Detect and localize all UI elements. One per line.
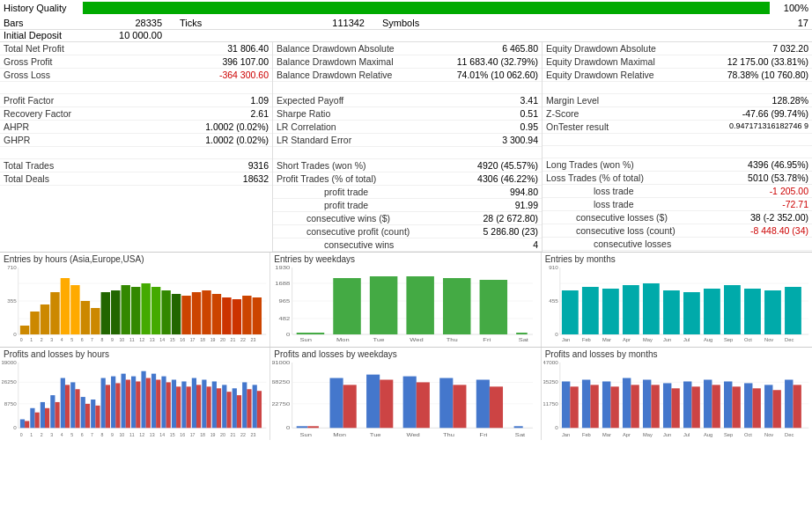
sharpe-ratio-label: Sharpe Ratio: [277, 108, 330, 119]
svg-rect-93: [663, 290, 680, 334]
svg-text:Oct: Oct: [744, 432, 752, 437]
svg-rect-243: [712, 385, 720, 428]
quality-bar: [83, 2, 770, 14]
svg-text:20: 20: [220, 432, 225, 437]
svg-rect-10: [41, 304, 49, 334]
expected-payoff-label: Expected Payoff: [277, 95, 343, 106]
svg-rect-99: [785, 287, 801, 334]
svg-text:2: 2: [41, 432, 43, 437]
entries-weekdays-title: Entries by weekdays: [272, 254, 538, 264]
svg-text:355: 355: [7, 297, 17, 304]
quality-bar-container: [83, 2, 770, 14]
svg-rect-142: [131, 377, 136, 429]
svg-rect-232: [602, 381, 610, 428]
svg-rect-240: [683, 381, 691, 428]
svg-rect-29: [233, 299, 241, 334]
svg-rect-233: [610, 386, 618, 428]
svg-rect-94: [683, 292, 700, 334]
svg-text:5: 5: [70, 432, 73, 437]
svg-text:5: 5: [70, 337, 73, 342]
total-trades-value: 9316: [248, 160, 269, 171]
max-consec-wins-sublabel: consecutive wins ($): [280, 213, 390, 224]
largest-profit-sublabel: profit trade: [280, 187, 368, 197]
svg-rect-143: [136, 381, 140, 428]
svg-rect-96: [724, 285, 741, 334]
svg-text:8750: 8750: [4, 401, 18, 407]
largest-loss-value: -1 205.00: [770, 186, 808, 196]
svg-text:35250: 35250: [543, 380, 558, 385]
short-trades-label: Short Trades (won %): [277, 160, 366, 171]
svg-text:26250: 26250: [2, 380, 17, 385]
svg-rect-151: [176, 386, 181, 428]
quality-label: History Quality: [4, 3, 83, 13]
bars-value: 28335: [135, 18, 162, 28]
svg-text:22: 22: [240, 337, 246, 342]
total-deals-label: Total Deals: [4, 173, 49, 184]
svg-rect-160: [222, 385, 226, 428]
svg-rect-20: [141, 283, 150, 334]
total-net-profit-value: 31 806.40: [227, 43, 269, 54]
svg-rect-212: [514, 426, 523, 428]
svg-text:19: 19: [210, 337, 216, 342]
svg-rect-127: [55, 402, 59, 428]
margin-level-label: Margin Level: [546, 95, 599, 106]
svg-text:Mon: Mon: [336, 337, 350, 342]
svg-rect-164: [242, 382, 247, 428]
largest-profit-value: 994.80: [510, 187, 538, 197]
svg-text:910: 910: [549, 266, 558, 270]
svg-rect-230: [582, 380, 590, 429]
svg-text:47000: 47000: [543, 361, 558, 365]
svg-text:18: 18: [200, 432, 205, 437]
svg-text:12: 12: [139, 337, 144, 342]
svg-rect-120: [20, 419, 25, 428]
svg-text:21: 21: [231, 337, 236, 342]
svg-rect-150: [172, 380, 176, 429]
svg-rect-11: [50, 292, 59, 334]
svg-rect-208: [440, 378, 454, 429]
svg-rect-241: [691, 386, 699, 428]
svg-rect-91: [623, 285, 639, 334]
symbols-value: 17: [798, 18, 808, 28]
svg-text:23: 23: [251, 432, 256, 437]
svg-text:2: 2: [41, 337, 43, 342]
svg-rect-235: [631, 385, 639, 428]
svg-rect-13: [70, 285, 79, 334]
profits-months-chart: 47000 35250 11750 0: [543, 361, 810, 438]
svg-rect-155: [196, 385, 201, 428]
svg-rect-126: [50, 395, 55, 428]
svg-text:3: 3: [50, 337, 53, 342]
svg-rect-30: [242, 296, 251, 334]
svg-text:May: May: [643, 337, 653, 342]
svg-rect-163: [237, 395, 241, 428]
svg-text:3: 3: [50, 432, 53, 437]
svg-text:Jun: Jun: [663, 337, 671, 342]
profit-trades-value: 4306 (46.22%): [477, 173, 538, 184]
svg-text:22: 22: [240, 432, 246, 437]
svg-text:4: 4: [61, 432, 63, 437]
svg-text:19: 19: [210, 432, 216, 437]
svg-rect-209: [454, 385, 467, 428]
svg-text:7: 7: [91, 432, 93, 437]
initial-deposit-value: 10 000.00: [119, 30, 162, 40]
svg-text:0: 0: [286, 332, 290, 337]
svg-rect-248: [764, 385, 772, 428]
svg-text:Jan: Jan: [562, 432, 570, 437]
svg-text:9: 9: [111, 432, 114, 437]
svg-text:Apr: Apr: [623, 432, 631, 437]
svg-text:39000: 39000: [2, 361, 17, 365]
ghpr-label: GHPR: [4, 135, 30, 145]
svg-text:Thu: Thu: [443, 432, 454, 437]
total-net-profit-label: Total Net Profit: [4, 43, 64, 54]
max-consec-losses-sublabel: consecutive losses ($): [550, 212, 668, 223]
svg-text:Fri: Fri: [484, 337, 491, 342]
svg-rect-121: [25, 421, 29, 428]
svg-rect-140: [122, 374, 126, 429]
svg-text:Sun: Sun: [300, 337, 313, 342]
avg-consec-wins-value: 4: [533, 239, 538, 250]
svg-rect-242: [704, 380, 712, 429]
svg-text:11750: 11750: [543, 401, 558, 407]
svg-rect-89: [582, 287, 599, 334]
svg-rect-228: [562, 381, 570, 428]
svg-rect-238: [663, 383, 671, 428]
svg-rect-234: [623, 378, 631, 429]
